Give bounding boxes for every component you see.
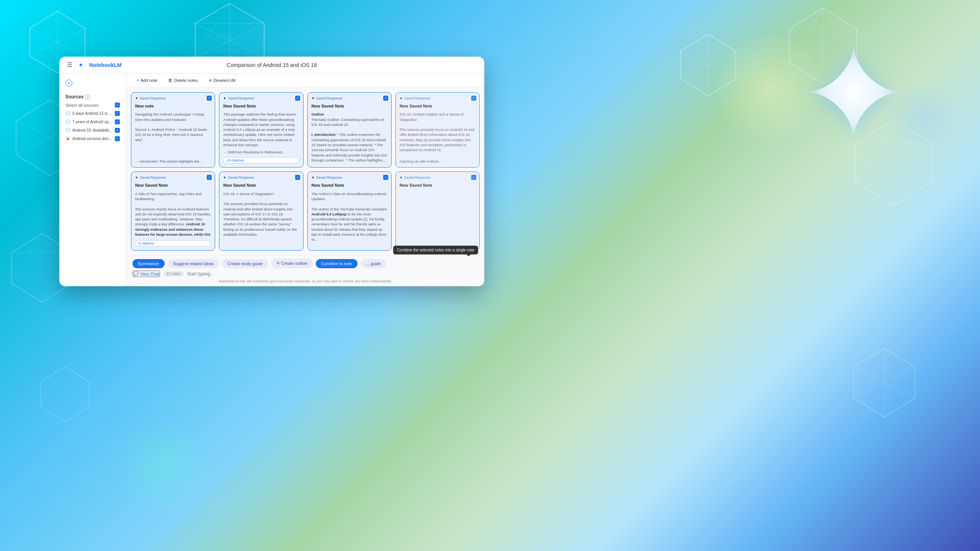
input-row: 💬 View Chat 12 notes: [132, 271, 478, 277]
note-7-header: ✦ Saved Response: [312, 176, 387, 179]
badge-1: Saved Response: [140, 96, 166, 100]
view-chat-label: View Chat: [140, 272, 159, 276]
deselect-all-button[interactable]: ✕ Deselect All: [205, 76, 239, 85]
doc-icon-1: 📄: [65, 111, 71, 116]
spark-icon-8: ✦: [400, 176, 403, 179]
sidebar-header: +: [62, 78, 123, 90]
note-bullet-1: → Introduction: This section highlights …: [135, 160, 211, 163]
svg-line-37: [854, 367, 915, 398]
note-title-4: New Saved Note: [400, 103, 475, 109]
hamburger-icon[interactable]: ☰: [67, 61, 72, 68]
note-bullet-2: → Shift from Revolution to Refinement...: [223, 150, 299, 154]
svg-line-15: [41, 367, 65, 406]
note-card-5[interactable]: ✦ Saved Response New Saved Note A Tale o…: [131, 171, 215, 251]
source-checkbox-2[interactable]: [115, 119, 120, 124]
note-checkbox-5[interactable]: [207, 175, 212, 180]
poly-topright2: [674, 31, 743, 99]
note-title-6: New Saved Note: [223, 183, 299, 188]
info-icon: i: [85, 95, 90, 99]
add-source-icon[interactable]: +: [65, 80, 72, 86]
source-item-1[interactable]: 📄 5 ways Android 15 is b...: [62, 109, 123, 117]
badge-8: Saved Response: [404, 176, 431, 179]
note-checkbox-7[interactable]: [383, 175, 388, 180]
poly-bottomright: [846, 344, 923, 421]
note-citations-2[interactable]: 10 citations: [223, 157, 299, 163]
chat-input[interactable]: [187, 271, 478, 277]
svg-line-16: [65, 367, 90, 382]
gemini-logo: [796, 38, 903, 138]
note-card-1[interactable]: ✦ Saved Response New note Navigating the…: [131, 92, 215, 168]
more-chip[interactable]: ... guide: [361, 259, 386, 268]
svg-marker-24: [681, 34, 736, 96]
poly-lowerleft: [34, 364, 96, 425]
svg-marker-14: [41, 367, 90, 422]
suggest-chip[interactable]: Suggest related ideas: [168, 259, 219, 268]
select-all-checkbox[interactable]: [115, 103, 120, 108]
note-checkbox-6[interactable]: [295, 175, 300, 180]
add-note-icon: +: [136, 78, 139, 83]
study-guide-chip[interactable]: Create study guide: [222, 259, 268, 268]
source-checkbox-4[interactable]: [115, 136, 120, 141]
app-name: NotebookLM: [89, 62, 122, 68]
note-card-8[interactable]: ✦ Saved Response New Saved Note: [395, 171, 480, 251]
outline-chip[interactable]: ✎ Create outline: [271, 259, 313, 268]
source-item-4[interactable]: ▶ Android versions don'...: [62, 134, 123, 143]
spark-icon-2: ✦: [223, 96, 226, 100]
note-checkbox-8[interactable]: [471, 175, 476, 180]
doc-icon-2: 📄: [65, 119, 71, 124]
note-card-2[interactable]: ✦ Saved Response New Saved Note This pas…: [219, 92, 303, 168]
sidebar: + Sources i Select all sources 📄 5 ways …: [59, 73, 126, 286]
note-citations-5[interactable]: 5 citations: [135, 240, 211, 246]
note-title-7: New Saved Note: [312, 183, 387, 188]
glow2: [115, 417, 211, 513]
summarize-chip[interactable]: Summarize: [132, 259, 165, 268]
note-body-3: Outline Thematic Outline: Contrasting Ap…: [312, 112, 387, 163]
source-checkbox-3[interactable]: [115, 128, 120, 133]
note-body-1: Navigating the Android Landscape: A Deep…: [135, 112, 211, 156]
note-body-5: A Tale of Two Approaches: App Pairs and …: [135, 191, 211, 237]
add-note-button[interactable]: + Add note: [132, 76, 161, 85]
spark-icon-6: ✦: [223, 176, 226, 179]
note-checkbox-4[interactable]: [471, 96, 476, 101]
note-card-3[interactable]: ✦ Saved Response New Saved Note Outline …: [307, 92, 392, 168]
spark-icon-4: ✦: [400, 96, 403, 100]
note-checkbox-3[interactable]: [383, 96, 388, 101]
source-item-2[interactable]: 📄 7 years of Android up...: [62, 117, 123, 126]
sources-label: Sources: [65, 94, 83, 99]
select-all-row[interactable]: Select all sources: [62, 101, 123, 109]
badge-7: Saved Response: [316, 176, 343, 179]
note-2-header: ✦ Saved Response: [223, 96, 299, 100]
note-card-4[interactable]: ✦ Saved Response New Saved Note iOS 18: …: [395, 92, 480, 168]
view-chat-button[interactable]: 💬 View Chat: [132, 271, 160, 277]
spark-icon-1: ✦: [135, 96, 138, 100]
sources-header: Sources i: [62, 93, 123, 101]
page-title: Comparison of Android 15 and iOS 18: [227, 62, 317, 68]
chat-icon: 💬: [133, 271, 139, 276]
badge-4: Saved Response: [404, 96, 431, 100]
svg-line-10: [11, 233, 42, 283]
spark-icon-5: ✦: [135, 176, 138, 179]
combine-chip[interactable]: Combine to note: [316, 259, 358, 268]
source-item-3[interactable]: 📄 Android 15: Availabilit...: [62, 126, 123, 134]
note-checkbox-2[interactable]: [295, 96, 300, 101]
note-title-5: New Saved Note: [135, 183, 211, 188]
svg-line-19: [195, 23, 264, 57]
svg-marker-34: [854, 348, 915, 417]
note-checkbox-1[interactable]: [207, 96, 212, 101]
delete-notes-button[interactable]: 🗑 Delete notes: [164, 76, 202, 85]
disclaimer: NotebookLM may still sometimes give inac…: [132, 279, 478, 283]
badge-2: Saved Response: [228, 96, 254, 100]
notes-grid: ✦ Saved Response New note Navigating the…: [126, 88, 484, 255]
note-bullet-4: Catching Up with Android...: [400, 160, 475, 163]
svg-line-36: [854, 367, 915, 398]
note-card-7[interactable]: ✦ Saved Response New Saved Note The Auth…: [307, 171, 392, 251]
note-card-6[interactable]: ✦ Saved Response New Saved Note iOS 18: …: [219, 171, 303, 251]
note-title-8: New Saved Note: [400, 183, 475, 188]
outline-chip-icon: ✎: [276, 261, 281, 266]
doc-icon-3: 📄: [65, 127, 71, 133]
delete-notes-label: Delete notes: [174, 78, 198, 83]
svg-line-26: [681, 51, 736, 79]
badge-6: Saved Response: [228, 176, 254, 179]
source-checkbox-1[interactable]: [115, 111, 120, 116]
source-label-1: 5 ways Android 15 is b...: [72, 111, 113, 116]
